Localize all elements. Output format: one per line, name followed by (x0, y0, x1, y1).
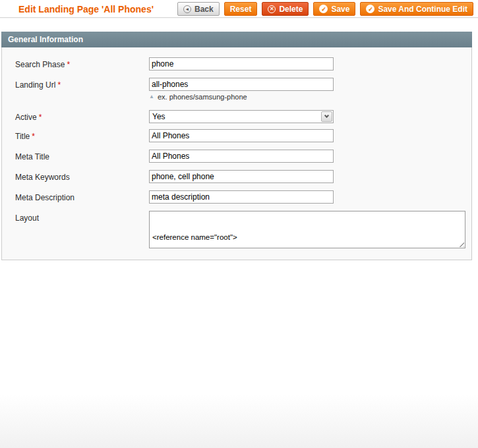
form-row-active: Active* Yes (15, 110, 471, 123)
active-label: Active* (15, 110, 149, 122)
delete-button-label: Delete (279, 5, 303, 14)
save-check-icon: ✓ (319, 5, 328, 13)
meta-title-label: Meta Title (15, 150, 149, 161)
active-select[interactable]: Yes (149, 110, 334, 123)
toolbar: ◂ Back Reset ✕ Delete ✓ Save ✓ Save And … (177, 2, 473, 16)
header-divider (0, 17, 478, 18)
form-row-layout: Layout <reference name="root"> <action m… (15, 211, 471, 248)
save-check-icon: ✓ (366, 5, 374, 13)
field-label-text: Meta Title (15, 152, 49, 161)
field-label-text: Layout (15, 213, 39, 223)
save-button-label: Save (331, 5, 349, 14)
note-triangle-icon: ▲ (149, 94, 154, 100)
reset-button[interactable]: Reset (224, 2, 258, 16)
save-and-continue-label: Save And Continue Edit (378, 5, 467, 14)
field-label-text: Landing Url (15, 80, 55, 90)
title-label: Title* (15, 129, 149, 141)
field-label-text: Meta Keywords (15, 173, 70, 182)
note-text: ex. (158, 93, 169, 101)
form-row-meta-title: Meta Title (15, 150, 471, 163)
save-and-continue-button[interactable]: ✓ Save And Continue Edit (360, 2, 473, 16)
layout-line-1: <reference name="root"> (152, 233, 462, 242)
delete-cross-icon: ✕ (268, 5, 276, 13)
required-mark: * (39, 113, 42, 122)
meta-description-input[interactable] (149, 190, 334, 204)
select-dropdown-button[interactable] (321, 111, 332, 122)
landing-url-label: Landing Url* (15, 78, 149, 90)
active-select-value: Yes (152, 112, 165, 121)
search-phase-label: Search Phase* (15, 57, 149, 69)
section-header: General Information (1, 32, 472, 47)
chevron-down-icon (324, 113, 329, 118)
save-button[interactable]: ✓ Save (313, 2, 355, 16)
form-row-title: Title* (15, 129, 471, 142)
meta-title-input[interactable] (149, 150, 334, 163)
required-mark: * (32, 132, 35, 141)
page-title: Edit Landing Page 'All Phones' (18, 4, 154, 14)
reset-button-label: Reset (230, 5, 252, 14)
form-row-meta-description: Meta Description (15, 190, 471, 204)
landing-url-input[interactable] (149, 78, 334, 91)
meta-keywords-input[interactable] (149, 170, 334, 183)
page-header: Edit Landing Page 'All Phones' ◂ Back Re… (0, 0, 478, 17)
search-phase-input[interactable] (149, 57, 334, 70)
form-row-search-phase: Search Phase* (15, 57, 471, 70)
field-label-text: Title (15, 132, 30, 141)
landing-url-note: ▲ ex. ex. phones/samsung-phone phones/sa… (149, 93, 471, 101)
form-body: Search Phase* Landing Url* ▲ ex. ex. pho… (1, 47, 472, 260)
back-arrow-icon: ◂ (183, 5, 191, 13)
textarea-resize-handle[interactable] (458, 241, 464, 247)
form-row-landing-url: Landing Url* (15, 78, 471, 91)
required-mark: * (57, 80, 61, 90)
delete-button[interactable]: ✕ Delete (262, 2, 309, 16)
layout-textarea[interactable]: <reference name="root"> <action method="… (149, 211, 465, 248)
layout-label: Layout (15, 211, 149, 223)
general-information-panel: General Information Search Phase* Landin… (1, 32, 472, 260)
back-button[interactable]: ◂ Back (177, 2, 220, 16)
meta-description-label: Meta Description (15, 190, 149, 202)
required-mark: * (67, 60, 70, 69)
title-input[interactable] (149, 129, 334, 142)
field-label-text: Search Phase (15, 60, 65, 69)
form-row-meta-keywords: Meta Keywords (15, 170, 471, 183)
field-label-text: Active (15, 113, 37, 122)
meta-keywords-label: Meta Keywords (15, 170, 149, 182)
field-label-text: Meta Description (15, 193, 75, 202)
note-example: phones/samsung-phone (169, 93, 247, 101)
back-button-label: Back (194, 5, 214, 14)
